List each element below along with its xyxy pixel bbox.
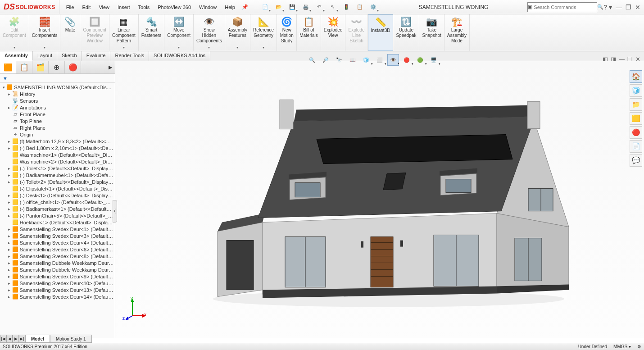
tree-item[interactable]: ▱Front Plane [1, 111, 115, 118]
help-button[interactable]: ? ▾ [603, 4, 612, 11]
panel-tab-config[interactable]: 🗂️ [32, 61, 49, 73]
tree-item[interactable]: ▸🟨(-) PantonChair<5> (Default<<Default>_… [1, 212, 115, 219]
tree-item[interactable]: ▸🟧Samenstelling Svedex Deur<6> (Default<… [1, 246, 115, 253]
tp-custom-icon[interactable]: 📄 [630, 140, 642, 153]
new-button[interactable]: 📄 [259, 2, 272, 13]
tree-item[interactable]: ▸🟧Samenstelling Svedex Deur<8> (Default<… [1, 253, 115, 259]
tab-evaluate[interactable]: Evaluate [82, 51, 111, 61]
tree-item[interactable]: 🟨Hoekbad<1> (Default<<Default>_Display S… [1, 219, 115, 226]
prev-view-icon[interactable]: 🔭 [333, 54, 345, 66]
panel-expand-icon[interactable]: ▶ [106, 61, 115, 73]
panel-tab-feature-tree[interactable]: 🟧 [0, 61, 16, 73]
ribbon-assembly[interactable]: 📦AssemblyFeatures [225, 14, 250, 51]
settings-button[interactable]: ⚙️ [367, 2, 380, 13]
display-style-icon[interactable]: ⬜ [374, 54, 385, 66]
tree-item[interactable]: ▸🟨(-) Badkamerkast<1> (Default<<Default>… [1, 205, 115, 212]
tab-assembly[interactable]: Assembly [0, 51, 33, 61]
tp-view-icon[interactable]: 🟨 [630, 112, 642, 125]
search-box[interactable]: ▣ 🔍 [527, 2, 597, 12]
panel-tab-display[interactable]: 🔴 [65, 61, 81, 73]
tree-item[interactable]: ▸🟧Samenstelling Svedex Deur<13> (Default… [1, 286, 115, 293]
print-button[interactable]: 🖨️ [299, 2, 312, 13]
tree-item[interactable]: ▸🟧Samenstelling Dubbele Weekkamp Deur<2> [1, 266, 115, 273]
tree-item[interactable]: ▸📜History [1, 91, 115, 97]
restore-button[interactable]: ❐ [626, 4, 631, 11]
pin-icon[interactable]: 📌 [239, 4, 251, 10]
ribbon-bill-of[interactable]: 📋Bill ofMaterials [297, 14, 321, 51]
scene-icon[interactable]: 🟢 [414, 54, 426, 66]
options-button[interactable]: 📋 [354, 2, 366, 13]
tree-item[interactable]: ▸🟨(-) Badkamermeubel<1> (Default<<Defaul… [1, 172, 115, 178]
status-units[interactable]: MMGS ▾ [613, 344, 631, 349]
zoom-fit-icon[interactable]: 🔍 [306, 54, 318, 66]
open-button[interactable]: 📂 [272, 2, 285, 13]
graphics-viewport[interactable]: y x z [115, 61, 644, 338]
minimize-button[interactable]: — [616, 4, 622, 11]
appearance-icon[interactable]: 🔴 [401, 54, 413, 66]
select-button[interactable]: ↖ [327, 2, 339, 13]
search-input[interactable] [532, 5, 597, 10]
tree-item[interactable]: ⌖Origin [1, 131, 115, 138]
tree-item[interactable]: ▸🟧Samenstelling Svedex Deur<10> (Default… [1, 280, 115, 286]
tree-item[interactable]: ▸🟧Samenstelling Svedex Deur<3> (Default<… [1, 232, 115, 239]
tree-root[interactable]: ▾🟧SAMENSTELLING WONING (Default<Display … [1, 84, 115, 91]
tree-item[interactable]: ▸🟧Samenstelling Svedex Deur<14> (Default… [1, 293, 115, 300]
tab-layout[interactable]: Layout [33, 51, 57, 61]
tree-filter[interactable]: ▼ [0, 74, 115, 83]
menu-photoview[interactable]: PhotoView 360 [154, 5, 195, 10]
btab-next-icon[interactable]: ▶ [13, 335, 19, 343]
tree-item[interactable]: 📡Sensors [1, 97, 115, 104]
tp-appear-icon[interactable]: 🔴 [630, 126, 642, 139]
btab-first-icon[interactable]: |◀ [0, 335, 6, 343]
tree-item[interactable]: ▱Top Plane [1, 118, 115, 124]
ribbon-take[interactable]: 📷TakeSnapshot [419, 14, 444, 51]
ribbon-instant3d[interactable]: 📏Instant3D [368, 14, 394, 51]
ribbon-smart[interactable]: 🔩SmartFasteners [139, 14, 164, 51]
tp-home-icon[interactable]: 🏠 [630, 70, 642, 83]
menu-window[interactable]: Window [195, 5, 221, 10]
menu-edit[interactable]: Edit [78, 5, 95, 10]
menu-help[interactable]: Help [221, 5, 239, 10]
tree-item[interactable]: 🟨(-) Elipstafel<1> (Default<<Default>_Di… [1, 185, 115, 192]
tp-box-icon[interactable]: 🧊 [630, 84, 642, 97]
btab-prev-icon[interactable]: ◀ [6, 335, 13, 343]
menu-insert[interactable]: Insert [113, 5, 134, 10]
zoom-area-icon[interactable]: 🔎 [320, 54, 331, 66]
collapse-handle[interactable]: ⟨ [113, 200, 117, 223]
ribbon-large[interactable]: 🏗️LargeAssemblyMode [444, 14, 470, 51]
tree-item[interactable]: ▸🟧Samenstelling Svedex Deur<1> (Default<… [1, 226, 115, 232]
tree-item[interactable]: ▸🟨(-) office_chair<1> (Default<<Default>… [1, 199, 115, 205]
save-button[interactable]: 💾 [286, 2, 299, 13]
section-view-icon[interactable]: 📖 [347, 54, 358, 66]
ribbon-reference[interactable]: 📐ReferenceGeometry [250, 14, 277, 51]
tab-solidworks-add-ins[interactable]: SOLIDWORKS Add-Ins [149, 51, 210, 61]
tree-item[interactable]: ▸🟨(-) Desk<1> (Default<<Default>_Display… [1, 192, 115, 199]
menu-view[interactable]: View [95, 5, 113, 10]
ribbon-insert[interactable]: 🧱InsertComponents [29, 14, 61, 51]
ribbon-update[interactable]: 🔃UpdateSpeedpak [393, 14, 419, 51]
undo-button[interactable]: ↶ [313, 2, 326, 13]
tree-item[interactable]: 🟨Wasmachine<1> (Default<<Default>_Displa [1, 151, 115, 158]
tp-folder-icon[interactable]: 📁 [630, 98, 642, 111]
tab-render-tools[interactable]: Render Tools [110, 51, 149, 61]
ribbon-new[interactable]: 🌀NewMotionStudy [277, 14, 297, 51]
ribbon-exploded[interactable]: 💥ExplodedView [321, 14, 346, 51]
tree-item[interactable]: ▸🟨(f) Matterhorn 12,9 x 8,3<2> (Default<… [1, 138, 115, 145]
tp-forum-icon[interactable]: 💬 [630, 154, 642, 167]
ribbon-show[interactable]: 👁️ShowHiddenComponents [194, 14, 225, 51]
view-settings-icon[interactable]: 🖥️ [428, 54, 440, 66]
ribbon-move[interactable]: ↔️MoveComponent [164, 14, 194, 51]
tree-item[interactable]: ▸📝Annotations [1, 104, 115, 111]
menu-tools[interactable]: Tools [134, 5, 154, 10]
tree-item[interactable]: ▸🟨(-) Toilet<2> (Default<<Default>_Displ… [1, 178, 115, 185]
panel-tab-property[interactable]: 📋 [16, 61, 32, 73]
tree-item[interactable]: ▱Right Plane [1, 124, 115, 131]
rebuild-button[interactable]: 🚦 [340, 2, 353, 13]
view-orient-icon[interactable]: 🧊 [360, 54, 372, 66]
tree-item[interactable]: 🟨Wasmachine<2> (Default<<Default>_Displa [1, 158, 115, 165]
menu-file[interactable]: File [62, 5, 78, 10]
tree-item[interactable]: ▸🟧Samenstelling Svedex Deur<9> (Default<… [1, 273, 115, 280]
tree-item[interactable]: ▸🟨(-) Toilet<1> (Default<<Default>_Displ… [1, 165, 115, 172]
hide-show-icon[interactable]: 👁️ [387, 54, 399, 66]
feature-tree[interactable]: ▾🟧SAMENSTELLING WONING (Default<Display … [0, 83, 115, 338]
